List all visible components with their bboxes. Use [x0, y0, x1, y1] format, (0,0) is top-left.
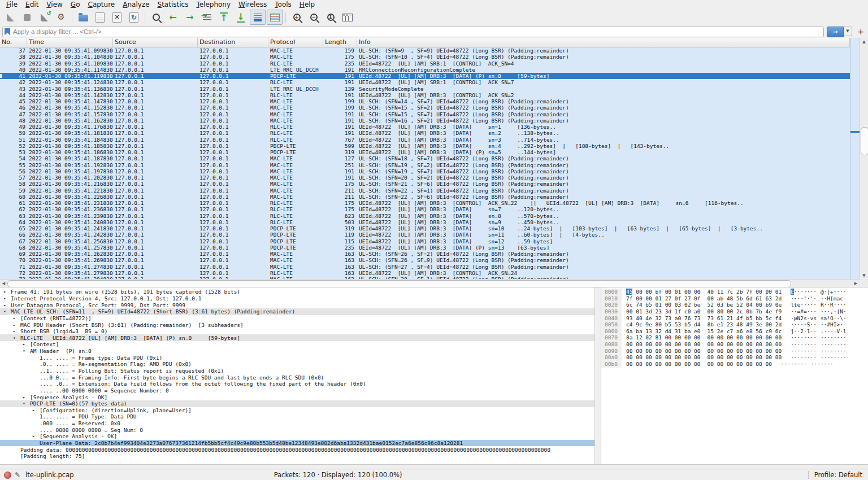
detail-row[interactable]: .... ..00 0000 0000 = Sequence Number: 0: [0, 387, 594, 394]
packet-row[interactable]: 65 2022-01-30 09:35:41.241830 127.0.0.1 …: [0, 225, 850, 232]
detail-row[interactable]: .000 .... = Reserved: 0x0: [0, 420, 594, 427]
scroll-left-arrow-icon[interactable]: ◀: [0, 280, 7, 287]
restart-capture-icon[interactable]: ↺: [36, 10, 52, 25]
detail-row[interactable]: ▾PDCP-LTE (SN=0)(57 bytes data): [0, 400, 594, 407]
detail-row[interactable]: ..1. .... = Polling Bit: Status report i…: [0, 368, 594, 374]
packet-row[interactable]: 72 2022-01-30 09:35:41.279830 127.0.0.1 …: [0, 270, 850, 276]
detail-row[interactable]: [Padding length: 75]: [0, 453, 594, 460]
detail-row[interactable]: ▸Short BSR (lcgid=3 BS = 0): [0, 328, 594, 335]
filter-dropdown-caret[interactable]: ▼: [844, 27, 852, 36]
menu-item[interactable]: Help: [296, 0, 319, 9]
packet-row[interactable]: 37 2022-01-30 09:35:41.099830 127.0.0.1 …: [0, 47, 850, 54]
menu-item[interactable]: Go: [67, 0, 84, 9]
packet-row[interactable]: 48 2022-01-30 09:35:41.162830 127.0.0.1 …: [0, 117, 850, 124]
expand-arrow-icon[interactable]: ▸: [13, 322, 20, 328]
reload-file-icon[interactable]: ↻: [126, 10, 142, 25]
display-filter-input[interactable]: [13, 28, 822, 36]
detail-row[interactable]: ▸Internet Protocol Version 4, Src: 127.0…: [0, 295, 594, 302]
hex-row[interactable]: 00b0 00 00 00 00 00 00 00 00 00 00 00 00…: [601, 361, 868, 368]
column-header-source[interactable]: Source: [113, 38, 198, 47]
detail-row[interactable]: .... .0.. = Extension: Data field follow…: [0, 381, 594, 387]
detail-row[interactable]: User-Plane Data: 2c0b7b4ef993404e3273a07…: [0, 440, 594, 447]
packet-minimap[interactable]: [850, 38, 860, 279]
detail-row[interactable]: ▸Frame 41: 191 bytes on wire (1528 bits)…: [0, 289, 594, 295]
column-header-no[interactable]: No.: [0, 38, 27, 47]
resize-columns-icon[interactable]: [340, 10, 355, 25]
packet-row[interactable]: 69 2022-01-30 09:35:41.262830 127.0.0.1 …: [0, 251, 850, 257]
hex-row[interactable]: 0040 93 40 4e 32 73 a0 76 73 73 61 21 4f…: [601, 315, 868, 322]
detail-row[interactable]: ▸[Sequence Analysis - OK]: [0, 394, 594, 400]
detail-row[interactable]: ▸[Context]: [0, 341, 594, 348]
packet-row[interactable]: 51 2022-01-30 09:35:41.184830 127.0.0.1 …: [0, 137, 850, 143]
packet-row[interactable]: 38 2022-01-30 09:35:41.104830 127.0.0.1 …: [0, 54, 850, 60]
detail-row[interactable]: Padding data: 00000000000000000000000000…: [0, 446, 594, 453]
hex-row[interactable]: 0000 45 00 00 bf 00 01 00 00 40 11 7c 2b…: [601, 289, 868, 295]
detail-row[interactable]: ▸[Configuration: (direction=Uplink, plan…: [0, 407, 594, 414]
expand-arrow-icon[interactable]: ▸: [23, 395, 30, 400]
menu-item[interactable]: Analyze: [119, 0, 153, 9]
detail-row[interactable]: 1... .... = PDU Type: Data PDU: [0, 413, 594, 420]
expand-arrow-icon[interactable]: ▸: [32, 408, 40, 413]
expand-arrow-icon[interactable]: ▾: [3, 309, 11, 314]
hex-row[interactable]: 0020 6c 74 65 01 00 03 02 be 52 03 be 52…: [601, 302, 868, 308]
auto-scroll-icon[interactable]: [250, 10, 266, 25]
hex-row[interactable]: 0030 00 01 3d 23 3d 1f c0 a0 00 80 00 2c…: [601, 308, 868, 315]
menu-item[interactable]: Telephony: [192, 0, 235, 9]
detail-row[interactable]: ▾MAC-LTE UL-SCH: (SFN=11 , SF=9) UEId=48…: [0, 308, 594, 315]
packet-row[interactable]: 57 2022-01-30 09:35:41.202830 127.0.0.1 …: [0, 174, 850, 181]
packet-row[interactable]: 63 2022-01-30 09:35:41.239830 127.0.0.1 …: [0, 213, 850, 219]
packet-row[interactable]: 40 2022-01-30 09:35:41.114830 127.0.0.1 …: [0, 67, 850, 73]
go-to-packet-icon[interactable]: →: [199, 10, 215, 25]
zoom-in-icon[interactable]: +: [289, 10, 305, 25]
packet-row[interactable]: 58 2022-01-30 09:35:41.216830 127.0.0.1 …: [0, 181, 850, 187]
packet-list-vertical-scrollbar[interactable]: ▲ ▼: [860, 38, 868, 279]
expand-arrow-icon[interactable]: ▾: [23, 401, 30, 406]
expand-arrow-icon[interactable]: ▸: [3, 289, 11, 294]
scroll-right-arrow-icon[interactable]: ▶: [852, 280, 860, 287]
column-header-time[interactable]: Time: [27, 38, 113, 47]
display-filter-box[interactable]: [2, 27, 824, 37]
scroll-down-arrow-icon[interactable]: ▼: [860, 272, 868, 279]
pane-splitter[interactable]: [594, 287, 601, 465]
zoom-out-icon[interactable]: −: [306, 10, 322, 25]
open-file-icon[interactable]: [75, 10, 91, 25]
detail-row[interactable]: ...0 0... = Framing Info: First byte beg…: [0, 374, 594, 381]
packet-row[interactable]: 68 2022-01-30 09:35:41.257830 127.0.0.1 …: [0, 245, 850, 251]
expand-arrow-icon[interactable]: ▸: [32, 434, 40, 439]
go-back-icon[interactable]: ←: [165, 10, 181, 25]
packet-row[interactable]: 45 2022-01-30 09:35:41.147830 127.0.0.1 …: [0, 98, 850, 104]
packet-row[interactable]: 56 2022-01-30 09:35:41.197830 127.0.0.1 …: [0, 168, 850, 174]
menu-item[interactable]: Tools: [271, 0, 296, 9]
packet-row[interactable]: 59 2022-01-30 09:35:41.221830 127.0.0.1 …: [0, 187, 850, 194]
expand-arrow-icon[interactable]: ▸: [3, 303, 11, 308]
packet-row[interactable]: 44 2022-01-30 09:35:41.142830 127.0.0.1 …: [0, 92, 850, 98]
detail-row[interactable]: 1... .... = Frame type: Data PDU (0x1): [0, 354, 594, 361]
packet-row[interactable]: 41 2022-01-30 09:35:41.119830 127.0.0.1 …: [0, 73, 850, 79]
expand-arrow-icon[interactable]: ▾: [13, 335, 20, 341]
column-header-destination[interactable]: Destination: [198, 38, 268, 47]
column-header-info[interactable]: Info: [357, 38, 850, 47]
packet-row[interactable]: 42 2022-01-30 09:35:41.124830 127.0.0.1 …: [0, 79, 850, 85]
menu-item[interactable]: Statistics: [154, 0, 193, 9]
vertical-scrollbar-thumb[interactable]: [861, 127, 868, 155]
detail-row[interactable]: ▸MAC PDU Header (Short BSR) (3:61) (Padd…: [0, 321, 594, 328]
hex-row[interactable]: 0050 c4 9c 9e 80 b5 53 b5 d4 8b e1 23 48…: [601, 321, 868, 328]
expand-arrow-icon[interactable]: ▸: [3, 296, 11, 301]
detail-row[interactable]: ▾RLC-LTE UEId=48722 [UL] [AM] DRB:3 [DAT…: [0, 334, 594, 341]
packet-row[interactable]: 47 2022-01-30 09:35:41.157830 127.0.0.1 …: [0, 111, 850, 117]
packet-row[interactable]: 39 2022-01-30 09:35:41.109830 127.0.0.1 …: [0, 60, 850, 67]
detail-row[interactable]: ▾AM Header (P) sn=0: [0, 348, 594, 355]
add-filter-button[interactable]: +: [856, 27, 866, 37]
packet-row[interactable]: 61 2022-01-30 09:35:41.231830 127.0.0.1 …: [0, 200, 850, 206]
packet-row[interactable]: 55 2022-01-30 09:35:41.192830 127.0.0.1 …: [0, 162, 850, 168]
packet-row[interactable]: 60 2022-01-30 09:35:41.226830 127.0.0.1 …: [0, 194, 850, 200]
expand-arrow-icon[interactable]: ▸: [13, 316, 20, 321]
packet-row[interactable]: 70 2022-01-30 09:35:41.269830 127.0.0.1 …: [0, 257, 850, 263]
hex-row[interactable]: 0090 00 00 00 00 00 00 00 00 00 00 00 00…: [601, 348, 868, 355]
find-packet-icon[interactable]: [148, 10, 164, 25]
packet-row[interactable]: 64 2022-01-30 09:35:41.240830 127.0.0.1 …: [0, 219, 850, 225]
zoom-original-icon[interactable]: 1: [323, 10, 338, 25]
save-file-icon[interactable]: [92, 10, 108, 25]
menu-item[interactable]: File: [2, 0, 21, 9]
scroll-up-arrow-icon[interactable]: ▲: [860, 38, 868, 45]
